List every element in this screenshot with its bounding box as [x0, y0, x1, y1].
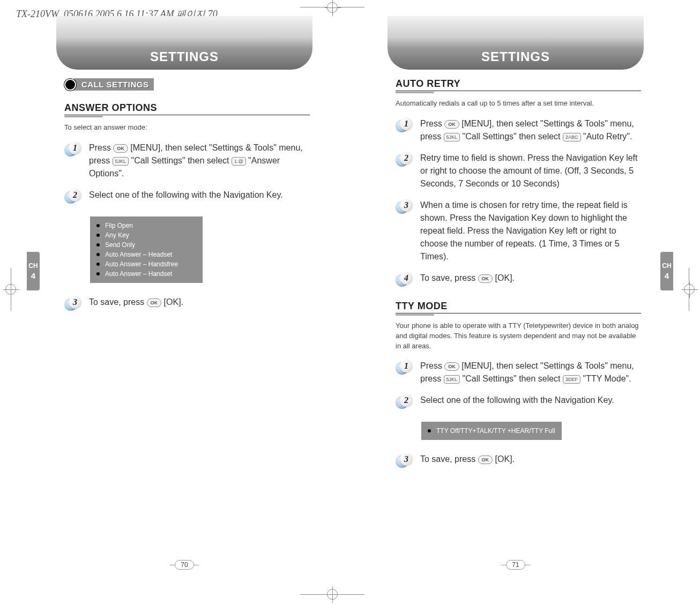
text: To save, press — [420, 454, 478, 464]
page-left: SETTINGS CH 4 CALL SETTINGS ANSWER OPTIO… — [27, 16, 342, 573]
bullet-icon — [96, 224, 100, 227]
page-number-value: 71 — [506, 560, 525, 570]
banner-title: SETTINGS — [481, 49, 550, 64]
step-text: Press OK [MENU], then select "Settings &… — [420, 117, 641, 143]
option-label: Any Key — [105, 231, 129, 239]
step-2: 2 Retry time to field is shown. Press th… — [396, 152, 641, 190]
text: "Call Settings" then select — [131, 156, 232, 165]
text: [OK]. — [495, 454, 515, 464]
step-text: Select one of the following with the Nav… — [89, 189, 310, 201]
page-banner: SETTINGS — [388, 16, 644, 70]
step-text: Retry time to field is shown. Press the … — [420, 152, 641, 190]
option-item: Auto Answer – Headset — [96, 250, 196, 259]
options-box: TTY Off/TTY+TALK/TTY +HEAR/TTY Full — [421, 422, 562, 440]
options-box: Flip Open Any Key Send Only Auto Answer … — [90, 216, 203, 283]
step-1: 1 Press OK [MENU], then select "Settings… — [396, 117, 641, 143]
text: Press — [420, 361, 444, 370]
ok-key-icon: OK — [478, 455, 493, 464]
text: Press — [420, 119, 444, 128]
step-number-icon: 3 — [396, 453, 414, 468]
option-label: Auto Answer – Handsfree — [105, 260, 178, 268]
step-text: When a time is chosen for retry time, th… — [420, 199, 641, 263]
section-intro: To select an answer mode: — [64, 123, 310, 133]
chapter-tab-label: CH — [28, 263, 38, 269]
crop-mark-top — [300, 0, 364, 15]
step-text: To save, press OK [OK]. — [420, 272, 641, 285]
text: To save, press — [89, 297, 147, 307]
step-number-icon: 3 — [396, 199, 414, 214]
option-item: Send Only — [96, 240, 196, 250]
chapter-tab-number: 4 — [31, 271, 35, 280]
chapter-tab: CH 4 — [660, 252, 673, 290]
text: "Auto Retry". — [583, 132, 632, 141]
page-number-value: 70 — [175, 560, 193, 570]
step-text: Select one of the following with the Nav… — [420, 394, 641, 407]
section-title-tty-mode: TTY MODE — [396, 301, 641, 312]
step-3: 3 When a time is chosen for retry time, … — [396, 199, 641, 263]
ok-key-icon: OK — [147, 298, 162, 307]
step-1: 1 Press OK [MENU], then select "Settings… — [64, 141, 310, 180]
ok-key-icon: OK — [444, 362, 459, 371]
page-number: 70 — [27, 560, 342, 570]
section-badge: CALL SETTINGS — [64, 78, 154, 91]
step-text: Press OK [MENU], then select "Settings &… — [420, 360, 641, 385]
section-rule — [396, 313, 641, 316]
step-text: To save, press OK [OK]. — [89, 296, 310, 309]
ok-key-icon: OK — [444, 120, 459, 129]
page-number: 71 — [358, 560, 673, 570]
step-number-icon: 2 — [64, 189, 83, 204]
option-label: Flip Open — [105, 222, 133, 229]
step-number-icon: 3 — [64, 296, 83, 311]
option-label: TTY Off/TTY+TALK/TTY +HEAR/TTY Full — [436, 427, 555, 435]
step-3: 3 To save, press OK [OK]. — [64, 296, 310, 311]
ok-key-icon: OK — [113, 144, 128, 153]
text: "Call Settings" then select — [463, 374, 563, 383]
step-4: 4 To save, press OK [OK]. — [396, 272, 641, 287]
text: To save, press — [420, 273, 478, 282]
step-2: 2 Select one of the following with the N… — [64, 189, 310, 204]
option-label: Auto Answer – Handset — [105, 270, 172, 278]
option-label: Auto Answer – Headset — [105, 251, 172, 258]
keypad-3-icon: 3DEF — [563, 375, 580, 384]
bullet-icon — [96, 253, 100, 256]
option-item: Auto Answer – Handsfree — [96, 259, 196, 269]
bullet-icon — [96, 272, 100, 275]
section-intro: Your phone is able to operate with a TTY… — [396, 321, 641, 352]
section-title-answer-options: ANSWER OPTIONS — [64, 102, 310, 114]
text: [OK]. — [164, 297, 183, 307]
bullet-icon — [428, 429, 431, 432]
banner-title: SETTINGS — [150, 49, 219, 64]
step-text: To save, press OK [OK]. — [420, 453, 641, 466]
step-number-icon: 2 — [396, 152, 414, 167]
bullet-icon — [96, 234, 100, 237]
page-right: SETTINGS CH 4 AUTO RETRY Automatically r… — [358, 16, 673, 573]
badge-icon — [64, 79, 76, 91]
step-number-icon: 1 — [64, 141, 83, 156]
section-intro: Automatically redials a call up to 5 tim… — [396, 99, 641, 109]
option-item: Flip Open — [96, 221, 196, 230]
crop-mark-right — [679, 268, 700, 311]
step-text: Press OK [MENU], then select "Settings &… — [89, 141, 310, 180]
ok-key-icon: OK — [478, 274, 493, 283]
section-rule — [396, 91, 641, 93]
step-3: 3 To save, press OK [OK]. — [396, 453, 641, 468]
bullet-icon — [96, 243, 100, 247]
step-number-icon: 1 — [396, 360, 414, 375]
badge-label: CALL SETTINGS — [74, 78, 154, 91]
option-item: Any Key — [96, 230, 196, 240]
chapter-tab-number: 4 — [665, 271, 669, 280]
keypad-1-icon: 1.@ — [232, 157, 246, 166]
bullet-icon — [96, 263, 100, 266]
crop-mark-left — [0, 268, 21, 311]
chapter-tab-label: CH — [662, 263, 671, 269]
step-number-icon: 1 — [396, 117, 414, 132]
text: Press — [89, 143, 113, 152]
option-item: TTY Off/TTY+TALK/TTY +HEAR/TTY Full — [428, 426, 555, 436]
crop-mark-bottom — [300, 584, 364, 605]
step-1: 1 Press OK [MENU], then select "Settings… — [396, 360, 641, 385]
text: "Call Settings" then select — [463, 132, 563, 141]
option-item: Auto Answer – Handset — [96, 269, 196, 279]
keypad-5-icon: 5JKL — [444, 133, 460, 141]
option-label: Send Only — [105, 241, 135, 249]
step-2: 2 Select one of the following with the N… — [396, 394, 641, 409]
